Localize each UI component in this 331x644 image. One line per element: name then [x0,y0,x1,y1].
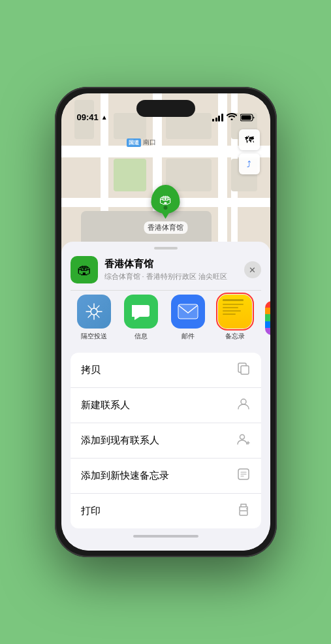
road-name: 南口 [143,138,156,147]
home-indicator [133,535,198,538]
new-contact-icon [236,396,251,414]
wifi-icon [227,112,237,122]
status-time: 09:41 ▲ [77,112,108,122]
more-icon [265,301,270,335]
mail-label: 邮件 [181,332,195,341]
venue-name: 香港体育馆 [104,258,238,270]
map-type-button[interactable]: 🗺 [239,129,260,150]
add-existing-label: 添加到现有联系人 [81,434,159,447]
menu-item-add-existing[interactable]: 添加到现有联系人 [71,423,261,459]
stadium-pin: 🏟 [151,185,180,214]
copy-icon [236,361,251,379]
signal-bars [212,114,223,121]
share-actions-row: 隔空投送 信息 [61,291,270,347]
signal-bar-1 [212,119,214,121]
menu-section: 拷贝 新建联系人 [61,353,270,528]
stadium-pin-icon: 🏟 [159,192,172,207]
signal-bar-2 [215,118,217,121]
location-arrow-icon: ⤴ [247,159,251,169]
add-existing-icon [236,432,251,449]
dynamic-island [136,100,195,117]
time-display: 09:41 [77,112,99,122]
quick-note-icon [236,467,251,485]
signal-bar-4 [221,114,223,121]
phone-screen: 09:41 ▲ [61,93,270,551]
share-action-airdrop[interactable]: 隔空投送 [71,295,118,341]
svg-rect-1 [241,115,251,120]
stadium-label: 香港体育馆 [144,221,187,234]
notes-label: 备忘录 [225,332,245,341]
svg-point-5 [241,399,246,404]
notes-icon-bg [218,295,252,329]
menu-item-print[interactable]: 打印 [71,494,261,528]
quick-note-label: 添加到新快速备忘录 [81,470,169,482]
map-type-icon: 🗺 [245,135,254,145]
menu-item-quick-note[interactable]: 添加到新快速备忘录 [71,459,261,494]
share-action-mail[interactable]: 邮件 [165,295,212,341]
message-label: 信息 [134,332,148,341]
airdrop-icon [77,295,111,329]
mail-icon [171,295,205,329]
home-indicator-area [61,528,270,538]
svg-point-15 [246,508,247,509]
menu-item-copy[interactable]: 拷贝 [71,353,261,388]
battery-icon [240,114,255,121]
map-controls: 🗺 ⤴ [239,129,260,174]
stadium-pin-dot [164,206,168,210]
print-label: 打印 [81,505,101,517]
location-button[interactable]: ⤴ [239,153,260,174]
stadium-marker[interactable]: 🏟 香港体育馆 [144,185,187,234]
status-icons [212,112,255,122]
airdrop-label: 隔空投送 [81,332,107,341]
venue-emoji: 🏟 [77,261,91,278]
phone-frame: 09:41 ▲ [55,87,277,557]
svg-rect-3 [178,304,198,319]
road-badge: 国道 [127,138,141,147]
close-button[interactable]: ✕ [244,261,261,278]
share-action-more[interactable] [259,295,270,341]
sheet-header: 🏟 香港体育馆 综合体育馆 · 香港特别行政区 油尖旺区 ✕ [61,250,270,290]
svg-rect-4 [241,366,249,374]
bottom-sheet: 🏟 香港体育馆 综合体育馆 · 香港特别行政区 油尖旺区 ✕ [61,242,270,551]
share-action-message[interactable]: 信息 [118,295,165,341]
new-contact-label: 新建联系人 [81,399,130,411]
venue-icon: 🏟 [71,256,98,283]
message-icon [124,295,158,329]
svg-point-6 [240,435,244,440]
menu-item-new-contact[interactable]: 新建联系人 [71,388,261,423]
signal-bar-3 [218,116,220,121]
venue-info: 香港体育馆 综合体育馆 · 香港特别行政区 油尖旺区 [104,258,238,282]
venue-description: 综合体育馆 · 香港特别行政区 油尖旺区 [104,272,238,282]
location-icon: ▲ [101,114,108,121]
print-icon [236,502,251,520]
share-action-notes[interactable]: 备忘录 [212,295,259,341]
svg-rect-14 [240,511,247,515]
copy-label: 拷贝 [81,364,101,376]
road-label: 国道 南口 [127,138,156,147]
